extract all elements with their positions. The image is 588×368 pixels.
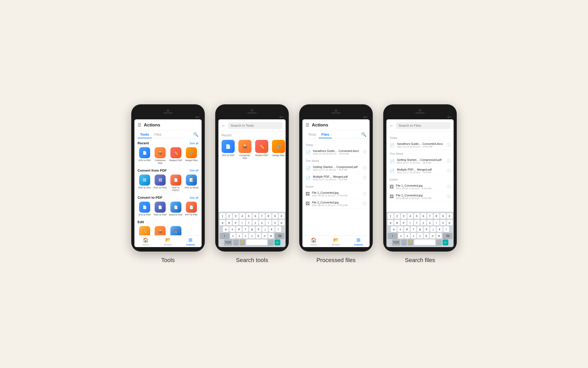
phone-tools-container: ■■▼ ☰ Actions Tools Files 🔍 R [131, 104, 205, 264]
sf-more-pdf1[interactable]: ⓘ [447, 159, 450, 163]
nav-actions-label: Actions [186, 243, 195, 246]
sf-more-jpg1[interactable]: ⓘ [447, 185, 450, 189]
tool-word-pdf[interactable]: 📄 Word to PDF [169, 202, 183, 216]
search-tab-icon[interactable]: 🔍 [193, 132, 198, 137]
see-all-convert-to[interactable]: See all [190, 196, 198, 199]
tool-pdf-png[interactable]: 🖼 PDF to PNG [153, 175, 167, 192]
period-key[interactable]: . [268, 239, 274, 245]
space-key[interactable] [246, 239, 267, 245]
sf-name-jpg1: File 1_Converted.jpg [396, 184, 445, 187]
tool-pdf-pdfa[interactable]: 📄 PDF to PDF/A [169, 175, 183, 192]
tool-compress-pdf[interactable]: 📦 Compress PDF [153, 147, 167, 165]
backspace-key[interactable]: ⌫ [275, 233, 285, 239]
file-more-docx[interactable]: ⓘ [363, 150, 366, 155]
search-bar-tools[interactable] [228, 122, 282, 129]
kb-3[interactable]: 3 [233, 213, 239, 219]
sf-icon-pdf1: 📄 [390, 159, 395, 164]
section-convert-to-title: Convert to PDF [138, 196, 162, 200]
nav-home-label: Home [143, 243, 149, 246]
phone-search-tools: ■■▼ ← Recent 📄 JPG to PDF [215, 104, 289, 252]
tool-edit[interactable]: ✏️ Edit [138, 226, 152, 235]
menu-icon-files[interactable]: ☰ [306, 122, 309, 127]
nav-home-label-files: Home [311, 243, 317, 246]
tool-pdf-word[interactable]: 📝 PDF to Word [185, 175, 199, 192]
search-bar-files[interactable] [396, 122, 450, 129]
tab-files[interactable]: Files [152, 130, 164, 138]
kb-1[interactable]: 1 [220, 213, 225, 219]
tab-tools-files[interactable]: Tools [306, 130, 319, 138]
recent-label-search-tools: Recent [218, 131, 286, 137]
nav-home-files[interactable]: 🏠 Home [302, 237, 325, 246]
kb-5[interactable]: 5 [246, 213, 252, 219]
file-name-jpg1: File 1_Converted.jpg [312, 191, 361, 194]
sf-more-jpg2[interactable]: ⓘ [447, 194, 450, 199]
kb-8[interactable]: 8 [266, 213, 271, 219]
sf-more-pdf2[interactable]: ⓘ [447, 168, 450, 173]
recent-tool-compress[interactable]: 📦 Compress PDF [238, 140, 251, 160]
file-more-jpg1[interactable]: ⓘ [363, 192, 366, 196]
tools-grid-edit: ✏️ Edit 📦 Compress ✂️ Split [138, 226, 198, 235]
nav-actions-files[interactable]: ⊞ Actions [347, 237, 370, 246]
file-more-jpg2[interactable]: ⓘ [363, 201, 366, 206]
symbol-key[interactable]: ?123 [224, 239, 232, 245]
see-all-convert-from[interactable]: See all [190, 169, 198, 172]
kb-6[interactable]: 6 [253, 213, 258, 219]
kb-4[interactable]: 4 [239, 213, 245, 219]
kb-7[interactable]: 7 [259, 213, 265, 219]
nav-actions-tools[interactable]: ⊞ Actions [179, 237, 202, 246]
sf-name-jpg2: File 2_Converted.jpg [396, 194, 445, 197]
search-input-tools[interactable] [230, 124, 280, 127]
home-icon-files: 🏠 [311, 237, 317, 243]
comma-key[interactable]: , [233, 239, 239, 245]
sf-name-pdf1: Getting Started.... Compressed.pdf [397, 158, 445, 161]
tool-jpg-pdf[interactable]: 📄 JPG to PDF [138, 147, 152, 165]
kb-2[interactable]: 2 [226, 213, 232, 219]
file-more-pdf2[interactable]: ⓘ [363, 176, 366, 180]
tab-tools[interactable]: Tools [138, 130, 152, 138]
kb-row-bottom: ?123 , 😊 . ↵ [219, 239, 285, 245]
tab-files-active[interactable]: Files [319, 130, 332, 138]
sf-file-jpg2: 🖼 File 2_Converted.jpg 2021-09-18 11:20 … [390, 192, 450, 202]
phone-files: ■■▼ ☰ Actions Tools Files 🔍 Today [299, 104, 373, 252]
section-convert-from-title: Convert from PDF [138, 168, 167, 172]
tabs-files: Tools Files 🔍 [302, 130, 370, 139]
nav-browse-files[interactable]: 📂 Browse [325, 237, 347, 246]
tool-pdf-jpg[interactable]: 🖼 PDF to JPG [138, 175, 152, 192]
search-tab-files-icon[interactable]: 🔍 [361, 132, 366, 137]
speaker-search-files [415, 112, 425, 114]
tool-merge-files[interactable]: 🔗 Merge Files [185, 147, 199, 165]
back-icon-search-tools[interactable]: ← [222, 123, 226, 128]
nav-browse-tools[interactable]: 📂 Browse [157, 237, 179, 246]
sf-more-docx[interactable]: ⓘ [447, 143, 450, 147]
kb-0[interactable]: 0 [279, 213, 285, 219]
shift-key[interactable]: ⇧ [219, 233, 229, 239]
label-tools: Tools [161, 257, 175, 264]
tool-split[interactable]: ✂️ Split [169, 226, 183, 235]
kb-9[interactable]: 9 [272, 213, 278, 219]
tool-compress2[interactable]: 📦 Compress [153, 226, 167, 235]
recent-tool-merge[interactable]: 🔗 Merge Files [272, 140, 285, 160]
file-icon-doc: 📄 [306, 150, 311, 155]
sf-name-docx: Xanathurs Guide.... Converted.docx [397, 142, 445, 145]
menu-icon-tools[interactable]: ☰ [138, 122, 141, 127]
recent-tool-redact[interactable]: ✏️ Redact PDF [255, 140, 268, 160]
tool-ppt-pdf[interactable]: 📄 PPT to PDF [185, 202, 199, 216]
file-meta-jpg1: 2021-10-18 11:20 a.m. · 275.6 KB [312, 194, 361, 197]
tool-jpg-pdf2[interactable]: 📄 JPG to PDF [138, 202, 152, 216]
file-item-jpg1: 🖼 File 1_Converted.jpg 2021-10-18 11:20 … [306, 189, 366, 199]
tool-png-pdf[interactable]: 📄 PNG to PDF [153, 202, 167, 216]
header-tools: ☰ Actions [134, 119, 202, 130]
nav-home-tools[interactable]: 🏠 Home [134, 237, 157, 246]
tools-grid-convert-from: 🖼 PDF to JPG 🖼 PDF to PNG 📄 PDF to PDF/A [138, 175, 198, 192]
emoji-key[interactable]: 😊 [240, 239, 245, 245]
recent-tool-jpg-pdf[interactable]: 📄 JPG to PDF [222, 140, 235, 160]
sf-date-today: Today [390, 136, 450, 139]
nav-browse-label-files: Browse [332, 243, 340, 246]
back-icon-search-files[interactable]: ← [390, 123, 394, 128]
phone-search-files-container: ■■▼ ← Today 📄 Xanathurs Guide.... [383, 104, 457, 264]
search-input-files[interactable] [398, 124, 448, 127]
tool-redact-pdf[interactable]: ✏️ Redact PDF [169, 147, 183, 165]
see-all-recent[interactable]: See all [190, 142, 198, 145]
enter-key[interactable]: ↵ [275, 239, 280, 245]
file-more-pdf1[interactable]: ⓘ [363, 166, 366, 171]
